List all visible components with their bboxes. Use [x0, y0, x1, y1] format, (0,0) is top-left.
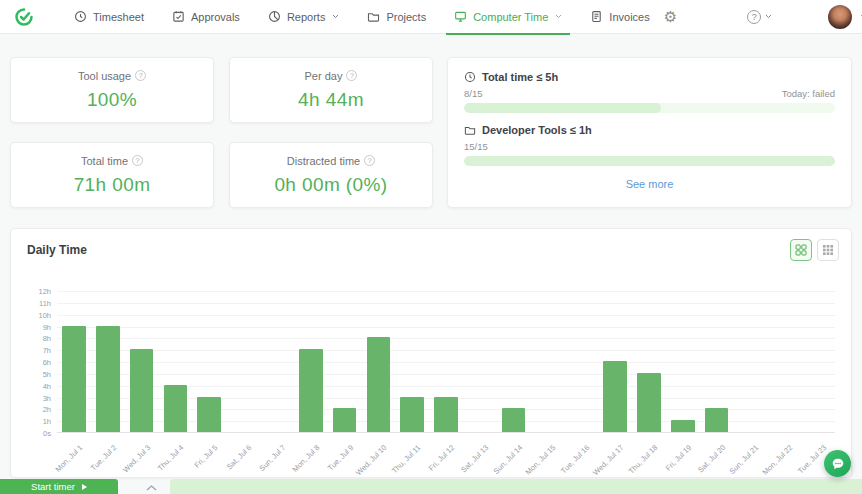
- start-timer-label: Start timer: [31, 481, 75, 492]
- info-icon[interactable]: ?: [364, 155, 375, 166]
- chevron-down-icon: [332, 14, 339, 19]
- chart-view-button[interactable]: [790, 239, 812, 261]
- chevron-down-icon: [555, 14, 562, 19]
- nav-timesheet[interactable]: Timesheet: [60, 0, 158, 34]
- goal-title: Developer Tools ≤ 1h: [482, 124, 592, 136]
- settings-gear-icon[interactable]: ⚙: [664, 9, 677, 24]
- chart-plot-area: [57, 291, 835, 433]
- logo-check-circle-icon: [14, 7, 34, 27]
- app-window: Timesheet Approvals Reports Projects Com…: [0, 0, 862, 494]
- stat-label: Total time?: [81, 155, 143, 167]
- goal-meta-row: 15/15: [464, 141, 835, 152]
- y-tick-label: 10h: [38, 310, 51, 319]
- goal-status: Today: failed: [782, 88, 835, 99]
- calendar-check-icon: [172, 10, 185, 23]
- y-tick-label: 11h: [39, 298, 51, 307]
- stat-label: Distracted time?: [287, 155, 375, 167]
- clock-icon: [74, 10, 87, 23]
- help-menu[interactable]: ?: [747, 10, 772, 24]
- goal-progress-fill: [464, 103, 661, 113]
- y-tick-label: 6h: [43, 358, 51, 367]
- nav-invoices[interactable]: Invoices: [576, 0, 663, 34]
- stat-value: 71h 00m: [74, 174, 151, 196]
- daily-time-bar: [603, 361, 627, 432]
- nav-projects[interactable]: Projects: [353, 0, 440, 34]
- chart-x-axis: Mon, Jul 1Tue, Jul 2Wed, Jul 3Thu, Jul 4…: [57, 437, 835, 473]
- daily-time-bar: [197, 397, 221, 433]
- stat-card-tool-usage: Tool usage? 100%: [10, 57, 214, 123]
- daily-time-bar: [333, 408, 357, 432]
- y-tick-label: 8h: [43, 334, 51, 343]
- daily-time-bar: [164, 385, 188, 432]
- app-logo[interactable]: [14, 7, 34, 27]
- monitor-icon: [454, 10, 467, 23]
- gridline: [57, 362, 835, 363]
- nav-label: Projects: [386, 11, 426, 23]
- collapse-timer-bar-chevron-icon[interactable]: [146, 485, 157, 491]
- chart-view-toggles: [790, 239, 839, 261]
- start-timer-button[interactable]: Start timer: [0, 479, 118, 494]
- table-view-button[interactable]: [817, 239, 839, 261]
- gridline: [57, 374, 835, 375]
- main-nav: Timesheet Approvals Reports Projects Com…: [60, 0, 664, 34]
- stat-card-total-time: Total time? 71h 00m: [10, 142, 214, 208]
- stat-label: Tool usage?: [78, 70, 146, 82]
- nav-approvals[interactable]: Approvals: [158, 0, 254, 34]
- goals-card: Total time ≤ 5h 8/15 Today: failed Devel…: [447, 57, 852, 208]
- goal-total-time: Total time ≤ 5h 8/15 Today: failed: [464, 71, 835, 113]
- daily-time-bar: [130, 349, 154, 432]
- y-tick-label: 1h: [43, 417, 51, 426]
- y-tick-label: 7h: [43, 346, 51, 355]
- daily-time-bar-chart: 12h11h10h9h8h7h6h5h4h3h2h1h0s Mon, Jul 1…: [27, 291, 835, 473]
- y-tick-label: 0s: [43, 429, 51, 438]
- info-icon[interactable]: ?: [135, 70, 146, 81]
- goal-count: 15/15: [464, 141, 488, 152]
- grid-2x2-icon: [795, 244, 807, 256]
- nav-label: Invoices: [609, 11, 649, 23]
- top-nav-bar: Timesheet Approvals Reports Projects Com…: [0, 0, 862, 34]
- nav-computer-time[interactable]: Computer Time: [440, 0, 576, 34]
- folder-icon: [464, 124, 476, 136]
- y-tick-label: 3h: [43, 393, 51, 402]
- daily-time-bar: [299, 349, 323, 432]
- summary-section: Tool usage? 100% Per day? 4h 44m Total t…: [10, 57, 852, 208]
- stat-label: Per day?: [305, 70, 358, 82]
- daily-time-bar: [62, 326, 86, 433]
- gridline: [57, 338, 835, 339]
- grid-3x3-icon: [822, 244, 834, 256]
- gridline: [57, 350, 835, 351]
- info-icon[interactable]: ?: [132, 155, 143, 166]
- stat-card-distracted-time: Distracted time? 0h 00m (0%): [229, 142, 433, 208]
- goal-title: Total time ≤ 5h: [482, 71, 558, 83]
- chevron-down-icon: [765, 14, 772, 19]
- daily-time-bar: [637, 373, 661, 432]
- daily-time-bar: [502, 408, 526, 432]
- timer-bar-strip: [170, 479, 862, 494]
- daily-time-bar: [671, 420, 695, 432]
- chat-widget-button[interactable]: [824, 450, 851, 477]
- y-tick-label: 9h: [43, 322, 51, 331]
- help-icon: ?: [747, 10, 761, 24]
- pie-chart-icon: [268, 10, 281, 23]
- nav-label: Timesheet: [93, 11, 144, 23]
- daily-time-bar: [367, 337, 391, 432]
- stats-grid: Tool usage? 100% Per day? 4h 44m Total t…: [10, 57, 433, 208]
- daily-time-bar: [96, 326, 120, 433]
- goal-title-row: Developer Tools ≤ 1h: [464, 124, 835, 136]
- chat-bubble-icon: [831, 457, 845, 471]
- daily-time-bar: [705, 408, 729, 432]
- stat-value: 4h 44m: [298, 89, 364, 111]
- y-tick-label: 2h: [43, 405, 51, 414]
- goal-progress-bar: [464, 103, 835, 113]
- user-avatar[interactable]: [828, 5, 852, 29]
- goal-progress-fill: [464, 156, 835, 166]
- clock-icon: [464, 71, 476, 83]
- info-icon[interactable]: ?: [346, 70, 357, 81]
- nav-label: Reports: [287, 11, 326, 23]
- gridline: [57, 315, 835, 316]
- nav-label: Approvals: [191, 11, 240, 23]
- see-more-link[interactable]: See more: [464, 178, 835, 190]
- nav-reports[interactable]: Reports: [254, 0, 354, 34]
- goal-count: 8/15: [464, 88, 483, 99]
- y-tick-label: 5h: [43, 369, 51, 378]
